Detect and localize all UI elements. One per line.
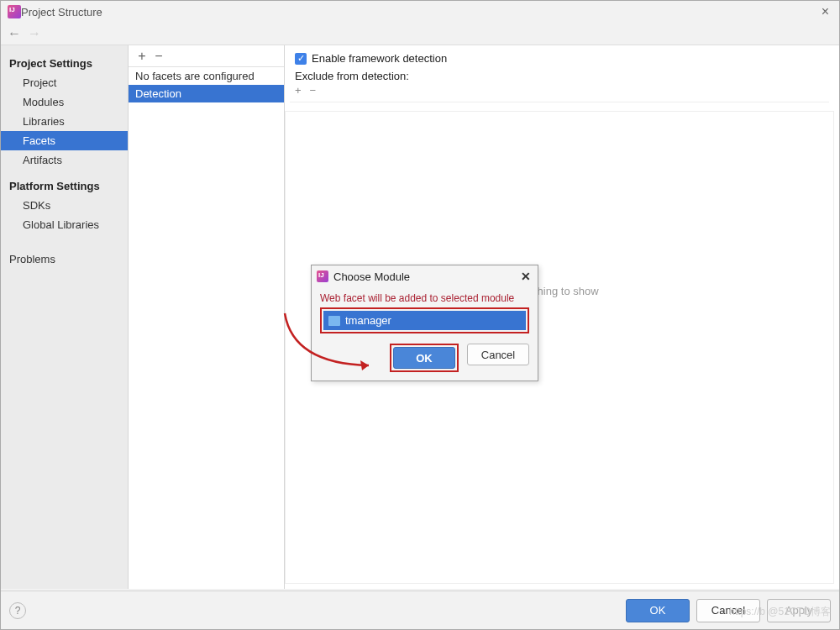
- footer: ? OK Cancel Apply: [1, 591, 839, 629]
- dialog-description: Web facet will be added to selected modu…: [320, 292, 529, 304]
- sidebar-item-facets[interactable]: Facets: [1, 131, 128, 150]
- facets-detection-item[interactable]: Detection: [129, 85, 284, 102]
- dialog-close-icon[interactable]: ✕: [519, 270, 533, 283]
- checkbox-checked-icon[interactable]: ✓: [295, 53, 307, 65]
- dialog-app-icon: [317, 270, 328, 282]
- sidebar-item-project[interactable]: Project: [1, 73, 128, 92]
- sidebar-item-global-libraries[interactable]: Global Libraries: [1, 215, 128, 234]
- window-title: Project Structure: [21, 6, 818, 18]
- module-item-tmanager[interactable]: tmanager: [323, 311, 526, 330]
- ok-annotation: OK: [390, 344, 459, 372]
- module-item-label: tmanager: [345, 314, 391, 327]
- choose-module-dialog: Choose Module ✕ Web facet will be added …: [311, 265, 538, 381]
- nav-forward-icon: →: [28, 26, 41, 41]
- exclude-add-icon[interactable]: +: [295, 84, 302, 97]
- nav-row: ← →: [1, 23, 839, 45]
- facets-toolbar: + −: [129, 45, 284, 67]
- nav-back-icon[interactable]: ←: [8, 26, 21, 41]
- sidebar: Project Settings Project Modules Librari…: [1, 45, 129, 589]
- window-close-icon[interactable]: ×: [818, 4, 832, 19]
- footer-apply-button: Apply: [767, 599, 831, 622]
- module-list-annotation: tmanager: [320, 307, 529, 333]
- module-folder-icon: [328, 316, 340, 326]
- footer-ok-button[interactable]: OK: [626, 599, 690, 622]
- enable-detection-label: Enable framework detection: [312, 52, 447, 65]
- facets-empty-label: No facets are configured: [129, 67, 284, 85]
- add-facet-icon[interactable]: +: [134, 49, 150, 64]
- titlebar: Project Structure ×: [1, 1, 839, 23]
- sidebar-item-modules[interactable]: Modules: [1, 92, 128, 112]
- sidebar-heading-project: Project Settings: [1, 54, 128, 73]
- dialog-ok-button[interactable]: OK: [393, 347, 455, 369]
- dialog-titlebar: Choose Module ✕: [312, 265, 538, 287]
- enable-detection-row[interactable]: ✓ Enable framework detection: [295, 52, 829, 65]
- dialog-body: Web facet will be added to selected modu…: [312, 287, 538, 381]
- remove-facet-icon[interactable]: −: [150, 49, 167, 64]
- sidebar-item-sdks[interactable]: SDKs: [1, 196, 128, 215]
- sidebar-item-artifacts[interactable]: Artifacts: [1, 150, 128, 170]
- sidebar-item-problems[interactable]: Problems: [1, 249, 128, 269]
- exclude-label: Exclude from detection:: [295, 70, 829, 82]
- help-button[interactable]: ?: [9, 602, 26, 619]
- app-icon: [8, 5, 21, 18]
- detection-options: ✓ Enable framework detection Exclude fro…: [285, 45, 839, 109]
- exclude-remove-icon: −: [310, 84, 317, 97]
- dialog-title: Choose Module: [333, 270, 519, 283]
- dialog-buttons: OK Cancel: [320, 344, 529, 372]
- sidebar-item-libraries[interactable]: Libraries: [1, 112, 128, 131]
- dialog-cancel-button[interactable]: Cancel: [467, 344, 529, 365]
- footer-cancel-button[interactable]: Cancel: [696, 599, 760, 622]
- sidebar-heading-platform: Platform Settings: [1, 176, 128, 196]
- exclude-toolbar: + −: [290, 82, 829, 102]
- facets-column: + − No facets are configured Detection: [129, 45, 285, 589]
